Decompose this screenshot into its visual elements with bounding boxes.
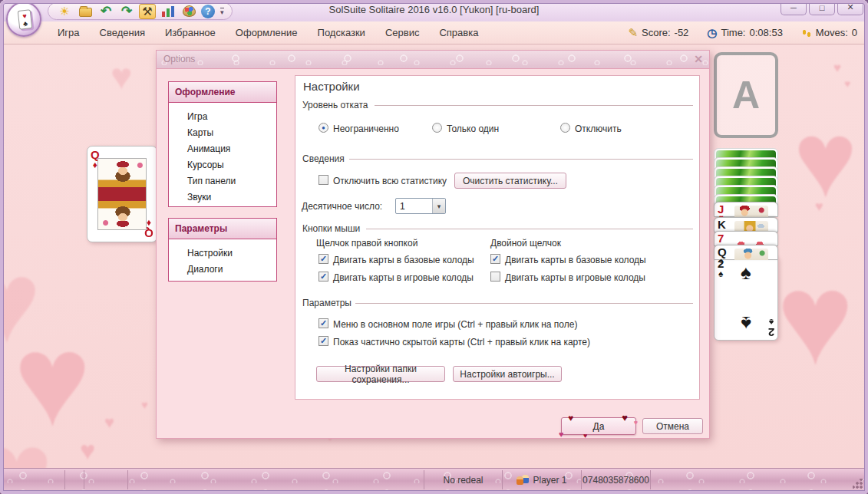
window-controls: ─ □ ✕ [781,0,863,15]
status-cell [65,470,84,489]
disable-statistics-label[interactable]: Отключить всю статистику [333,176,447,186]
rc-move-to-foundation-label[interactable]: Двигать карты в базовые колоды [333,255,474,265]
maximize-button[interactable]: □ [809,0,835,15]
sidebar-item-dialogs[interactable]: Диалоги [169,261,276,277]
sidebar-item-panel-type[interactable]: Тип панели [169,173,276,189]
heart-decoration [844,78,850,89]
close-button[interactable]: ✕ [837,0,863,15]
heart-decoration: ♥ [622,413,628,423]
menu-game[interactable]: Игра [48,24,90,41]
radio-unlimited[interactable]: ● [318,123,328,133]
rc-move-to-foundation-checkbox[interactable]: ✓ [318,254,328,264]
time-label: Time: [721,27,745,38]
field-menu-label[interactable]: Меню в основном поле игры (Ctrl + правый… [333,319,577,330]
heart-decoration [0,244,41,359]
group-divider [349,159,693,160]
card-queen-of-spades[interactable]: Q ♠ [714,245,778,260]
redo-icon[interactable]: ↷ [118,4,135,19]
heart-decoration [104,414,114,431]
dialog-title-bar[interactable]: Options ✕ [157,51,709,69]
jack-artwork [734,206,768,217]
menu-appearance[interactable]: Оформление [226,24,308,41]
show-hidden-card-label[interactable]: Показ частично скрытой карты (Ctrl + пра… [333,337,590,347]
player-name: Player 1 [533,475,566,486]
radio-unlimited-label[interactable]: Неограниченно [333,123,399,134]
toolbar-overflow-button[interactable]: ▾ [220,8,224,15]
heart-decoration [794,106,857,213]
sidebar-item-cursors[interactable]: Курсоры [169,156,276,173]
card-king-of-spades[interactable]: K ♠ [714,217,778,232]
autoplay-settings-button[interactable]: Настройки автоигры... [453,366,562,382]
rc-move-to-tableau-label[interactable]: Двигать карты в игровые колоды [333,272,474,283]
field-menu-checkbox[interactable]: ✓ [318,318,328,328]
open-game-icon[interactable] [77,4,94,19]
statistics-icon[interactable] [160,4,177,19]
double-click-header: Двойной щелчок [490,238,561,249]
status-cell [84,470,128,489]
sidebar-item-cards[interactable]: Карты [169,124,276,140]
decimal-number-label: Десятичное число: [302,201,382,212]
minimize-button[interactable]: ─ [781,0,807,15]
clear-statistics-button[interactable]: Очистить статистику... [454,173,566,189]
dc-move-to-foundation-label[interactable]: Двигать карты в базовые колоды [505,255,646,265]
card-two-of-spades[interactable]: 2 ♠ ♠ ♠ 2 ♠ [714,255,778,341]
decimal-number-select[interactable]: 1 [395,198,446,214]
resize-grip[interactable] [853,479,863,489]
quick-access-toolbar: ☀ ↶ ↷ ⚒ ? ▾ [48,2,233,20]
foundation-ace-placeholder[interactable]: A [714,52,778,138]
status-cell [3,470,65,489]
save-folder-settings-button[interactable]: Настройки папки сохранения... [316,366,445,382]
appearance-icon[interactable] [180,4,197,19]
menu-bar: Игра Сведения Избранное Оформление Подск… [0,21,868,44]
window-title: SolSuite Solitaire 2016 v16.0 [Yukon] [r… [230,4,638,15]
radio-disable-label[interactable]: Отключить [575,123,622,134]
menu-help[interactable]: Справка [429,24,488,41]
spade-suit-icon: ♠ [718,269,724,278]
dialog-close-icon[interactable]: ✕ [694,53,703,65]
dc-move-to-foundation-checkbox[interactable]: ✓ [490,254,500,264]
card-seven-of-hearts[interactable]: 7 [714,231,778,246]
game-number-status: 0748035878600 [582,470,651,489]
card-jack-of-hearts[interactable]: J ♥ [714,202,778,217]
disable-statistics-checkbox[interactable] [318,175,328,185]
heart-decoration: ♥ [559,430,564,439]
rc-move-to-tableau-checkbox[interactable]: ✓ [318,272,328,282]
cancel-button[interactable]: Отмена [642,418,703,434]
time-value: 0:08:53 [749,27,782,38]
score-indicator: ✎ Score: -52 [628,26,688,40]
new-game-icon[interactable]: ☀ [56,4,73,19]
help-icon[interactable]: ? [201,5,215,18]
menu-service[interactable]: Сервис [375,24,430,41]
sidebar-item-sounds[interactable]: Звуки [169,189,276,205]
menu-info[interactable]: Сведения [90,24,155,41]
menu-items: Игра Сведения Избранное Оформление Подск… [48,24,488,41]
undo-level-group-label: Уровень отката [302,100,368,110]
show-hidden-card-checkbox[interactable]: ✓ [318,336,328,346]
parameters-group-label: Параметры [302,298,351,308]
menu-hints[interactable]: Подсказки [308,24,375,41]
radio-disable[interactable] [560,123,570,133]
sidebar-item-game[interactable]: Игра [169,108,276,124]
app-menu-button[interactable]: ♥♣ [6,2,41,37]
heart-decoration [833,61,841,74]
ok-button[interactable]: Да ♥ ♥ ♥ ♥ ♥ [561,417,636,435]
score-note-icon: ✎ [628,26,638,40]
dc-move-to-tableau-label[interactable]: Двигать карты в игровые колоды [505,272,645,283]
undo-icon[interactable]: ↶ [97,4,114,19]
card-queen-of-diamonds[interactable]: Q ♦ Q ♦ [87,146,157,242]
dc-move-to-tableau-checkbox[interactable] [490,272,500,282]
status-cell [651,470,865,489]
sidebar-item-settings[interactable]: Настройки [169,245,276,261]
redeal-status-text: No redeal [443,475,483,486]
app-logo-card-icon: ♥♣ [18,9,33,30]
moves-label: Moves: [816,27,848,38]
player-icon [517,475,529,485]
radio-only-one[interactable] [432,123,442,133]
options-icon[interactable]: ⚒ [139,4,156,19]
settings-panel: Настройки Уровень отката ● Неограниченно… [295,75,700,400]
dropdown-arrow-icon[interactable] [432,199,445,213]
game-field[interactable]: Q ♦ Q ♦ A J ♥ K ♠ [3,44,865,468]
sidebar-item-animation[interactable]: Анимация [169,140,276,156]
menu-favorites[interactable]: Избранное [155,24,226,41]
radio-only-one-label[interactable]: Только один [447,123,499,134]
